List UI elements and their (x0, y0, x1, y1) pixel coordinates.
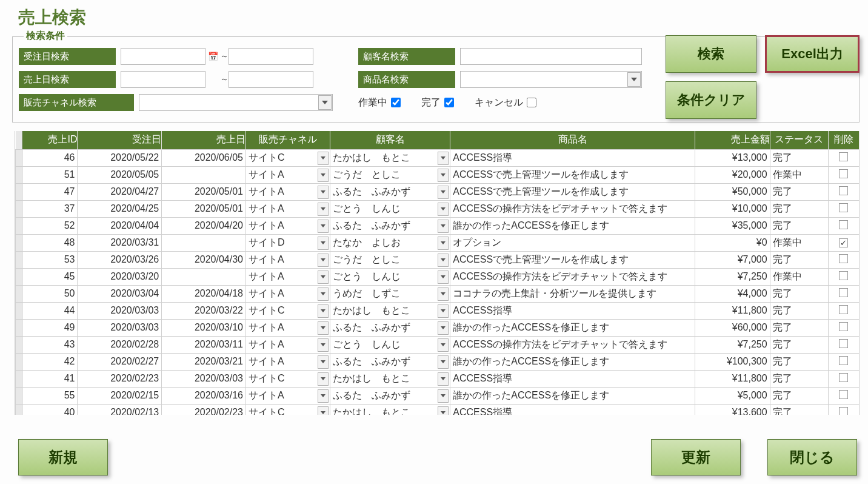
cell-order-date[interactable]: 2020/04/27 (78, 183, 162, 200)
cell-product[interactable]: ACCESS指導 (450, 404, 695, 415)
delete-checkbox[interactable] (839, 407, 848, 415)
cell-status[interactable]: 完了 (770, 200, 828, 217)
cell-channel[interactable]: サイトC (246, 370, 330, 387)
table-row[interactable]: 532020/03/262020/04/30サイトAごうだ としこACCESSで… (16, 251, 860, 268)
cell-channel[interactable]: サイトA (246, 353, 330, 370)
table-row[interactable]: 432020/02/282020/03/11サイトAごとう しんじACCESSの… (16, 336, 860, 353)
cell-customer[interactable]: ふるた ふみかず (330, 217, 450, 234)
cell-delete[interactable] (828, 166, 859, 183)
cell-amount[interactable]: ¥35,000 (695, 217, 770, 234)
cell-product[interactable]: ACCESSの操作方法をビデオチャットで答えます (450, 336, 695, 353)
status-working-check[interactable]: 作業中 (358, 96, 401, 109)
cell-amount[interactable]: ¥11,800 (695, 302, 770, 319)
cell-sales-date[interactable]: 2020/06/05 (162, 149, 246, 166)
search-button[interactable]: 検索 (666, 35, 756, 73)
cell-customer[interactable]: うめだ しずこ (330, 285, 450, 302)
cell-customer[interactable]: ごとう しんじ (330, 268, 450, 285)
cell-sales-date[interactable]: 2020/03/10 (162, 319, 246, 336)
cell-order-date[interactable]: 2020/03/04 (78, 285, 162, 302)
cell-amount[interactable]: ¥13,600 (695, 404, 770, 415)
cell-channel[interactable]: サイトC (246, 404, 330, 415)
order-date-to-input[interactable] (229, 48, 313, 65)
clear-button[interactable]: 条件クリア (666, 81, 756, 119)
row-selector[interactable] (16, 183, 22, 200)
cell-id[interactable]: 45 (22, 268, 78, 285)
cell-sales-date[interactable]: 2020/05/01 (162, 183, 246, 200)
cell-sales-date[interactable]: 2020/03/16 (162, 387, 246, 404)
cell-amount[interactable]: ¥0 (695, 234, 770, 251)
cell-status[interactable]: 作業中 (770, 268, 828, 285)
cell-id[interactable]: 52 (22, 217, 78, 234)
cell-channel[interactable]: サイトA (246, 387, 330, 404)
cell-channel[interactable]: サイトA (246, 183, 330, 200)
cell-amount[interactable]: ¥10,000 (695, 200, 770, 217)
delete-checkbox[interactable] (839, 254, 848, 263)
cell-sales-date[interactable] (162, 166, 246, 183)
calendar-icon[interactable]: 📅 (205, 48, 220, 65)
cell-channel[interactable]: サイトA (246, 336, 330, 353)
channel-select[interactable] (139, 94, 333, 111)
cell-status[interactable]: 完了 (770, 217, 828, 234)
cell-id[interactable]: 37 (22, 200, 78, 217)
row-selector[interactable] (16, 149, 22, 166)
delete-checkbox[interactable] (839, 339, 848, 348)
new-button[interactable]: 新規 (18, 439, 108, 476)
delete-checkbox[interactable] (839, 152, 848, 161)
cell-product[interactable]: ACCESS指導 (450, 302, 695, 319)
cell-status[interactable]: 完了 (770, 302, 828, 319)
cell-customer[interactable]: ごとう しんじ (330, 200, 450, 217)
cell-order-date[interactable]: 2020/03/31 (78, 234, 162, 251)
row-selector[interactable] (16, 404, 22, 415)
cell-delete[interactable] (828, 353, 859, 370)
cell-product[interactable]: ACCESS指導 (450, 149, 695, 166)
sales-date-to-input[interactable] (229, 71, 313, 88)
row-selector[interactable] (16, 319, 22, 336)
delete-checkbox[interactable] (839, 186, 848, 195)
table-row[interactable]: 482020/03/31サイトDたなか よしおオプション¥0作業中✓ (16, 234, 860, 251)
cell-channel[interactable]: サイトA (246, 319, 330, 336)
cell-delete[interactable] (828, 302, 859, 319)
delete-checkbox[interactable] (839, 288, 848, 297)
cell-delete[interactable] (828, 404, 859, 415)
cell-sales-date[interactable]: 2020/03/03 (162, 370, 246, 387)
excel-export-button[interactable]: Excel出力 (765, 35, 860, 73)
cell-customer[interactable]: たかはし もとこ (330, 302, 450, 319)
table-row[interactable]: 502020/03/042020/04/18サイトAうめだ しずこココナラの売上… (16, 285, 860, 302)
cell-amount[interactable]: ¥13,000 (695, 149, 770, 166)
cell-id[interactable]: 49 (22, 319, 78, 336)
cell-customer[interactable]: ふるた ふみかず (330, 387, 450, 404)
table-row[interactable]: 462020/05/222020/06/05サイトCたかはし もとこACCESS… (16, 149, 860, 166)
delete-checkbox[interactable] (839, 373, 848, 382)
cell-delete[interactable] (828, 200, 859, 217)
order-date-from-input[interactable] (121, 48, 205, 65)
cell-status[interactable]: 完了 (770, 336, 828, 353)
cell-product[interactable]: オプション (450, 234, 695, 251)
cell-id[interactable]: 40 (22, 404, 78, 415)
cell-customer[interactable]: ふるた ふみかず (330, 319, 450, 336)
cell-amount[interactable]: ¥11,800 (695, 370, 770, 387)
product-select[interactable] (460, 71, 642, 88)
cell-delete[interactable] (828, 149, 859, 166)
cell-order-date[interactable]: 2020/03/26 (78, 251, 162, 268)
cell-product[interactable]: ACCESSで売上管理ツールを作成します (450, 251, 695, 268)
table-row[interactable]: 472020/04/272020/05/01サイトAふるた ふみかずACCESS… (16, 183, 860, 200)
cell-customer[interactable]: たかはし もとこ (330, 404, 450, 415)
table-row[interactable]: 422020/02/272020/03/21サイトAふるた ふみかず誰かの作った… (16, 353, 860, 370)
cell-id[interactable]: 42 (22, 353, 78, 370)
cell-order-date[interactable]: 2020/03/03 (78, 302, 162, 319)
cell-product[interactable]: 誰かの作ったACCESSを修正します (450, 353, 695, 370)
cell-customer[interactable]: ふるた ふみかず (330, 353, 450, 370)
cell-customer[interactable]: ごうだ としこ (330, 166, 450, 183)
cell-status[interactable]: 作業中 (770, 166, 828, 183)
cell-channel[interactable]: サイトA (246, 285, 330, 302)
row-selector[interactable] (16, 285, 22, 302)
delete-checkbox[interactable] (839, 356, 848, 365)
cell-id[interactable]: 46 (22, 149, 78, 166)
table-row[interactable]: 402020/02/132020/02/23サイトCたかはし もとこACCESS… (16, 404, 860, 415)
cell-sales-date[interactable]: 2020/04/30 (162, 251, 246, 268)
row-selector[interactable] (16, 387, 22, 404)
table-row[interactable]: 522020/04/042020/04/20サイトAふるた ふみかず誰かの作った… (16, 217, 860, 234)
cell-order-date[interactable]: 2020/02/15 (78, 387, 162, 404)
cell-delete[interactable] (828, 387, 859, 404)
table-row[interactable]: 412020/02/232020/03/03サイトCたかはし もとこACCESS… (16, 370, 860, 387)
